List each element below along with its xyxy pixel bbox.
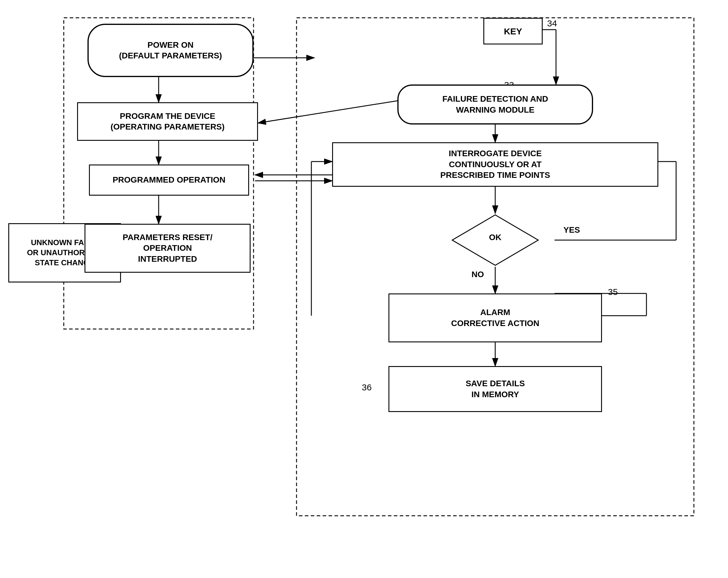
programmed-operation-node: PROGRAMMED OPERATION bbox=[89, 165, 249, 196]
power-on-node: POWER ON (DEFAULT PARAMETERS) bbox=[87, 24, 254, 77]
yes-label: YES bbox=[564, 225, 580, 235]
parameters-reset-node: PARAMETERS RESET/ OPERATION INTERRUPTED bbox=[84, 224, 251, 273]
ok-diamond: OK bbox=[451, 213, 540, 267]
failure-detection-node: FAILURE DETECTION AND WARNING MODULE bbox=[397, 84, 593, 125]
program-device-node: PROGRAM THE DEVICE (OPERATING PARAMETERS… bbox=[77, 102, 258, 141]
key-node: KEY bbox=[483, 18, 543, 45]
ref-36: 36 bbox=[362, 382, 371, 392]
save-details-node: SAVE DETAILS IN MEMORY bbox=[388, 366, 602, 412]
no-label: NO bbox=[471, 270, 484, 279]
connector-lines bbox=[0, 0, 728, 578]
ok-label: OK bbox=[451, 233, 540, 242]
alarm-corrective-node: ALARM CORRECTIVE ACTION bbox=[388, 294, 602, 342]
svg-line-22 bbox=[258, 101, 397, 123]
interrogate-node: INTERROGATE DEVICE CONTINUOUSLY OR AT PR… bbox=[332, 142, 658, 187]
ref-34: 34 bbox=[547, 18, 557, 28]
flowchart-diagram: UNKNOWN FAULT OR UNAUTHORIZED STATE CHAN… bbox=[0, 0, 728, 578]
ref-35: 35 bbox=[608, 287, 618, 297]
